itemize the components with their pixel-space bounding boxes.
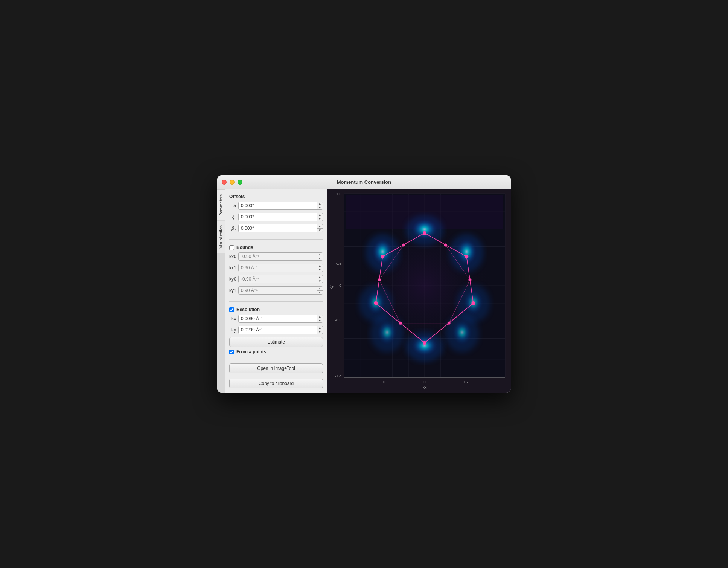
beta0-label: β₀ — [229, 226, 236, 231]
res-ky-label: ky — [229, 327, 236, 333]
bounds-section: Bounds kx0 ▲ ▼ kx1 — [229, 245, 323, 296]
resolution-checkbox[interactable] — [229, 307, 234, 312]
delta-label: δ — [229, 203, 236, 208]
kx0-increment: ▲ — [317, 253, 323, 257]
svg-point-61 — [381, 255, 384, 258]
traffic-lights — [222, 180, 242, 185]
parameters-panel: Offsets δ 0.000° ▲ ▼ ξ₀ — [225, 189, 327, 393]
xi0-decrement[interactable]: ▼ — [317, 217, 323, 221]
svg-point-57 — [465, 255, 469, 258]
svg-point-58 — [471, 301, 475, 305]
svg-text:-1.0: -1.0 — [335, 374, 342, 378]
ky0-increment: ▲ — [317, 275, 323, 279]
kx0-input — [239, 253, 317, 260]
ky1-spinbox: ▲ ▼ — [238, 286, 323, 295]
ky1-row: ky1 ▲ ▼ — [229, 286, 323, 295]
plot-area: 1.0 0.5 0 -0.5 -1.0 ky -0.5 0 0.5 kx — [327, 189, 511, 393]
ky1-increment: ▲ — [317, 287, 323, 291]
svg-point-41 — [406, 332, 443, 362]
res-ky-spinbox: 0.0299 Å⁻¹ ▲ ▼ — [238, 326, 323, 334]
beta0-spinbox: 0.000° ▲ ▼ — [238, 224, 323, 232]
kx0-row: kx0 ▲ ▼ — [229, 252, 323, 261]
tab-parameters[interactable]: Parameters — [217, 189, 225, 220]
xi0-input[interactable]: 0.000° — [239, 213, 317, 221]
kx1-spin-buttons: ▲ ▼ — [317, 264, 323, 272]
copy-clipboard-button[interactable]: Copy to clipboard — [229, 379, 323, 388]
window-title: Momentum Conversion — [337, 179, 391, 185]
beta0-decrement[interactable]: ▼ — [317, 229, 323, 232]
divider-1 — [229, 239, 323, 240]
delta-input[interactable]: 0.000° — [239, 202, 317, 209]
bounds-checkbox[interactable] — [229, 245, 234, 250]
offsets-fields: δ 0.000° ▲ ▼ ξ₀ 0.000° — [229, 202, 323, 234]
maximize-button[interactable] — [238, 180, 242, 185]
open-imagetool-button[interactable]: Open in ImageTool — [229, 363, 323, 373]
delta-row: δ 0.000° ▲ ▼ — [229, 202, 323, 210]
delta-spinbox: 0.000° ▲ ▼ — [238, 202, 323, 210]
xi0-increment[interactable]: ▲ — [317, 213, 323, 217]
svg-point-59 — [423, 341, 426, 345]
beta0-row: β₀ 0.000° ▲ ▼ — [229, 224, 323, 232]
divider-2 — [229, 301, 323, 302]
from-points-row: From # points — [229, 349, 323, 354]
resolution-fields: kx 0.0090 Å⁻¹ ▲ ▼ ky 0.0299 Å⁻¹ — [229, 315, 323, 336]
res-ky-spin-buttons: ▲ ▼ — [317, 326, 323, 334]
beta0-spin-buttons: ▲ ▼ — [317, 224, 323, 232]
xi0-label: ξ₀ — [229, 214, 236, 220]
kx1-input — [239, 264, 317, 272]
delta-increment[interactable]: ▲ — [317, 202, 323, 206]
svg-text:kx: kx — [422, 385, 426, 389]
svg-text:ky: ky — [329, 285, 334, 289]
svg-text:-0.5: -0.5 — [382, 380, 389, 384]
ky0-row: ky0 ▲ ▼ — [229, 275, 323, 283]
ky0-spinbox: ▲ ▼ — [238, 275, 323, 283]
bounds-checkbox-row: Bounds — [229, 245, 323, 250]
res-kx-row: kx 0.0090 Å⁻¹ ▲ ▼ — [229, 315, 323, 323]
kx0-decrement: ▼ — [317, 257, 323, 261]
svg-point-29 — [450, 234, 484, 272]
bounds-label[interactable]: Bounds — [236, 245, 253, 250]
res-kx-decrement[interactable]: ▼ — [317, 319, 323, 323]
minimize-button[interactable] — [230, 180, 235, 185]
plot-svg: 1.0 0.5 0 -0.5 -1.0 ky -0.5 0 0.5 kx — [327, 189, 511, 393]
resolution-label[interactable]: Resolution — [236, 307, 260, 312]
offsets-section: Offsets δ 0.000° ▲ ▼ ξ₀ — [229, 194, 323, 234]
sidebar-tabs: Parameters Visualization — [217, 189, 225, 393]
res-ky-increment[interactable]: ▲ — [317, 326, 323, 330]
bounds-fields: kx0 ▲ ▼ kx1 — [229, 252, 323, 296]
kx1-label: kx1 — [229, 265, 236, 270]
resolution-checkbox-row: Resolution — [229, 307, 323, 312]
close-button[interactable] — [222, 180, 227, 185]
ky1-input — [239, 287, 317, 294]
xi0-row: ξ₀ 0.000° ▲ ▼ — [229, 213, 323, 221]
tab-visualization[interactable]: Visualization — [217, 220, 225, 253]
res-kx-spin-buttons: ▲ ▼ — [317, 315, 323, 322]
beta0-input[interactable]: 0.000° — [239, 224, 317, 232]
offsets-title: Offsets — [229, 194, 323, 199]
estimate-button[interactable]: Estimate — [229, 337, 323, 347]
ky1-label: ky1 — [229, 288, 236, 293]
from-points-checkbox[interactable] — [229, 350, 234, 354]
ky0-input — [239, 275, 317, 283]
kx1-row: kx1 ▲ ▼ — [229, 264, 323, 272]
res-ky-row: ky 0.0299 Å⁻¹ ▲ ▼ — [229, 326, 323, 334]
kx1-decrement: ▼ — [317, 268, 323, 272]
res-kx-input[interactable]: 0.0090 Å⁻¹ — [239, 315, 317, 322]
res-kx-spinbox: 0.0090 Å⁻¹ ▲ ▼ — [238, 315, 323, 323]
beta0-increment[interactable]: ▲ — [317, 224, 323, 229]
delta-decrement[interactable]: ▼ — [317, 206, 323, 210]
res-kx-label: kx — [229, 316, 236, 321]
res-kx-increment[interactable]: ▲ — [317, 315, 323, 319]
res-ky-input[interactable]: 0.0299 Å⁻¹ — [239, 326, 317, 334]
resolution-section: Resolution kx 0.0090 Å⁻¹ ▲ ▼ — [229, 307, 323, 354]
titlebar: Momentum Conversion — [217, 175, 511, 189]
svg-point-27 — [406, 215, 443, 246]
res-ky-decrement[interactable]: ▼ — [317, 330, 323, 334]
svg-point-56 — [423, 231, 426, 235]
kx1-spinbox: ▲ ▼ — [238, 264, 323, 272]
from-points-label[interactable]: From # points — [236, 349, 266, 354]
svg-text:-0.5: -0.5 — [335, 318, 342, 322]
kx0-spinbox: ▲ ▼ — [238, 252, 323, 261]
kx0-label: kx0 — [229, 254, 236, 259]
main-window: Momentum Conversion Parameters Visualiza… — [217, 175, 511, 393]
